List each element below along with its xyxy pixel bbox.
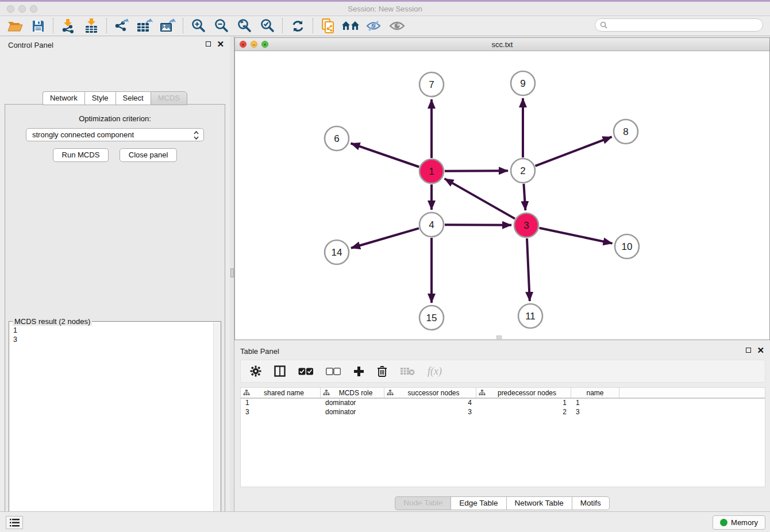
close-table-panel-icon[interactable]: ✕ — [757, 347, 764, 353]
column-header-shared-name[interactable]: shared name — [241, 388, 321, 398]
tab-motifs[interactable]: Motifs — [572, 496, 610, 510]
export-table-icon — [136, 18, 153, 33]
zoom-in-button[interactable] — [187, 17, 210, 34]
hide-panel-button[interactable] — [363, 17, 386, 34]
cell-successor[interactable]: 4 — [384, 399, 476, 408]
tree-icon — [323, 390, 330, 396]
memory-status-icon — [720, 519, 727, 526]
open-session-button[interactable] — [3, 17, 26, 34]
float-panel-icon[interactable] — [206, 41, 211, 47]
graph-edge-1-2[interactable] — [445, 171, 508, 171]
import-table-button[interactable] — [80, 17, 103, 34]
graph-edge-4-3[interactable] — [445, 225, 511, 225]
cell-shared-name[interactable]: 3 — [241, 408, 321, 417]
zoom-in-icon — [191, 18, 206, 33]
zoom-selected-button[interactable] — [256, 17, 279, 34]
export-network-button[interactable] — [110, 17, 133, 34]
network-canvas[interactable]: 7968124314101511 — [235, 51, 769, 340]
zoom-out-button[interactable] — [210, 17, 233, 34]
table-panel: Table Panel ✕ f(x) — [234, 342, 770, 511]
settings-gear-icon[interactable] — [250, 365, 261, 377]
float-table-panel-icon[interactable] — [746, 348, 751, 353]
cell-predecessor[interactable]: 1 — [476, 399, 571, 408]
tab-network[interactable]: Network — [43, 91, 84, 105]
close-panel-icon[interactable]: ✕ — [217, 41, 224, 47]
save-session-button[interactable] — [26, 17, 49, 34]
tab-edge-table[interactable]: Edge Table — [451, 496, 506, 510]
tab-mcds[interactable]: MCDS — [151, 91, 187, 105]
column-header-name[interactable]: name — [571, 388, 619, 398]
network-resize-grip[interactable] — [496, 336, 502, 339]
graph-edge-3-1[interactable] — [445, 179, 515, 219]
export-table-button[interactable] — [133, 17, 156, 34]
export-image-button[interactable] — [156, 17, 179, 34]
refresh-icon — [291, 19, 305, 33]
cell-mcds-role[interactable]: dominator — [321, 408, 384, 417]
graph-edge-4-14[interactable] — [351, 228, 419, 248]
save-floppy-icon — [32, 20, 45, 33]
import-network-icon — [61, 18, 76, 33]
import-network-button[interactable] — [57, 17, 80, 34]
table-row[interactable]: 3 dominator 3 2 3 — [241, 408, 765, 417]
zoom-fit-button[interactable] — [233, 17, 256, 34]
show-panel-button[interactable] — [386, 17, 409, 34]
table-panel-title: Table Panel — [240, 347, 279, 356]
deselect-all-checkboxes-icon[interactable] — [326, 368, 341, 375]
graph-node-label: 2 — [520, 165, 525, 176]
network-window-titlebar[interactable]: × − + scc.txt — [235, 38, 769, 51]
cell-name[interactable]: 3 — [571, 408, 619, 417]
session-title: Session: New Session — [0, 5, 770, 13]
cell-successor[interactable]: 3 — [384, 408, 476, 417]
task-history-button[interactable] — [6, 516, 23, 529]
toolbar-separator — [282, 18, 283, 33]
memory-button[interactable]: Memory — [713, 515, 765, 530]
graph-edge-2-3[interactable] — [523, 184, 525, 210]
result-scrollbar[interactable] — [213, 322, 221, 532]
mcds-tab-content: Optimization criterion: strongly connect… — [5, 104, 225, 532]
search-input[interactable] — [607, 19, 763, 31]
select-all-checkboxes-icon[interactable] — [298, 368, 313, 375]
close-panel-button[interactable]: Close panel — [120, 148, 178, 162]
column-layout-icon[interactable] — [274, 365, 286, 377]
eye-slash-icon — [366, 20, 382, 32]
tab-node-table[interactable]: Node Table — [395, 496, 451, 510]
tab-select[interactable]: Select — [116, 91, 151, 105]
toolbar-separator — [106, 18, 107, 33]
add-column-icon[interactable] — [353, 366, 364, 377]
network-graph[interactable]: 7968124314101511 — [235, 51, 769, 340]
table-panel-header: Table Panel ✕ — [234, 342, 770, 360]
search-field[interactable] — [595, 18, 763, 32]
cell-shared-name[interactable]: 1 — [241, 399, 321, 408]
delete-column-icon[interactable] — [377, 365, 387, 377]
graph-node-label: 10 — [622, 241, 633, 252]
tab-network-table[interactable]: Network Table — [506, 496, 572, 510]
run-mcds-button[interactable]: Run MCDS — [53, 148, 109, 162]
panel-splitter[interactable] — [230, 36, 234, 511]
tab-style[interactable]: Style — [84, 91, 116, 105]
column-header-successor-nodes[interactable]: successor nodes — [384, 388, 476, 398]
table-row[interactable]: 1 dominator 4 1 1 — [241, 399, 765, 408]
node-table[interactable]: shared name MCDS role successor nodes pr… — [240, 387, 765, 487]
graph-edge-1-6[interactable] — [351, 143, 419, 167]
graph-node-label: 15 — [426, 313, 437, 323]
eye-icon — [389, 20, 405, 32]
home-icon — [341, 20, 361, 32]
graph-edge-3-10[interactable] — [540, 228, 613, 244]
search-icon — [600, 21, 607, 29]
column-header-mcds-role[interactable]: MCDS role — [321, 388, 384, 398]
table-panel-tabs: Node TableEdge TableNetwork TableMotifs — [234, 496, 770, 510]
criterion-dropdown[interactable]: strongly connected component — [26, 128, 204, 141]
splitter-grip[interactable] — [230, 268, 234, 277]
cell-predecessor[interactable]: 2 — [476, 408, 571, 417]
clone-network-icon — [321, 18, 336, 34]
graph-edge-2-8[interactable] — [536, 137, 612, 166]
toolbar-separator — [313, 18, 313, 33]
clone-network-button[interactable] — [317, 17, 340, 34]
home-button[interactable] — [340, 17, 363, 34]
refresh-button[interactable] — [286, 17, 309, 34]
column-header-predecessor-nodes[interactable]: predecessor nodes — [476, 388, 571, 398]
graph-edge-3-11[interactable] — [527, 238, 530, 301]
cell-mcds-role[interactable]: dominator — [321, 399, 384, 408]
cell-name[interactable]: 1 — [571, 399, 619, 408]
mcds-result-list[interactable]: 1 3 — [9, 322, 213, 532]
